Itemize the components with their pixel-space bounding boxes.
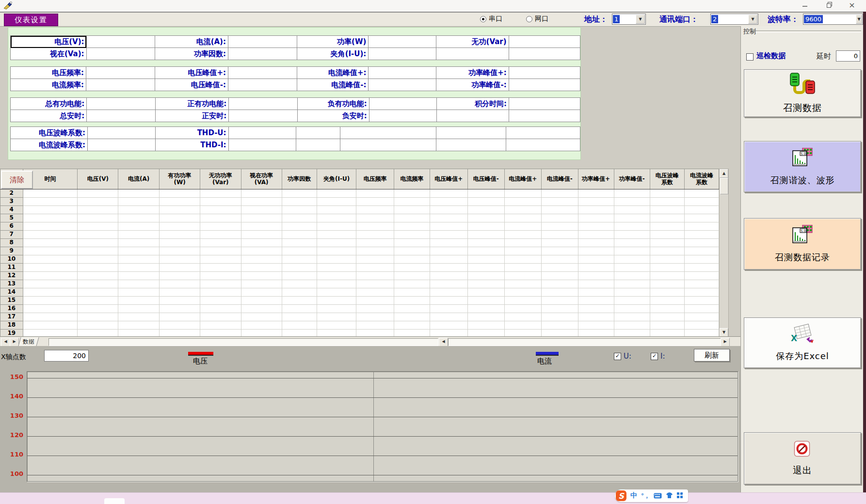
- grid-cell[interactable]: [282, 231, 317, 239]
- grid-cell[interactable]: [467, 264, 504, 272]
- grid-cell[interactable]: [78, 264, 118, 272]
- grid-cell[interactable]: [23, 247, 78, 255]
- grid-cell[interactable]: [317, 321, 356, 330]
- grid-cell[interactable]: [650, 264, 684, 272]
- grid-cell[interactable]: [650, 305, 684, 313]
- grid-cell[interactable]: [200, 222, 241, 231]
- grid-cell[interactable]: [650, 313, 684, 321]
- grid-cell[interactable]: [241, 255, 282, 264]
- grid-cell[interactable]: [118, 321, 160, 330]
- grid-cell[interactable]: [78, 272, 118, 280]
- grid-cell[interactable]: [650, 222, 684, 231]
- column-header[interactable]: 电压频率: [356, 169, 394, 189]
- column-header[interactable]: 有功功率 (W): [160, 169, 200, 189]
- grid-cell[interactable]: [241, 305, 282, 313]
- grid-cell[interactable]: [430, 255, 468, 264]
- scroll-down-icon[interactable]: ▼: [720, 328, 728, 337]
- grid-cell[interactable]: [282, 214, 317, 222]
- grid-cell[interactable]: [504, 272, 541, 280]
- grid-cell[interactable]: [504, 280, 541, 288]
- grid-cell[interactable]: [200, 214, 241, 222]
- grid-cell[interactable]: [200, 247, 241, 255]
- grid-cell[interactable]: [23, 305, 78, 313]
- grid-cell[interactable]: [684, 288, 719, 297]
- grid-cell[interactable]: [541, 321, 578, 330]
- grid-cell[interactable]: [160, 288, 200, 297]
- column-header[interactable]: 夹角(I-U): [317, 169, 356, 189]
- grid-cell[interactable]: [467, 214, 504, 222]
- grid-cell[interactable]: [317, 231, 356, 239]
- ime-skin-icon[interactable]: [666, 491, 673, 501]
- grid-cell[interactable]: [430, 231, 468, 239]
- row-header[interactable]: 2: [0, 189, 23, 198]
- grid-cell[interactable]: [78, 239, 118, 247]
- grid-cell[interactable]: [160, 222, 200, 231]
- grid-cell[interactable]: [541, 313, 578, 321]
- grid-cell[interactable]: [241, 313, 282, 321]
- grid-cell[interactable]: [541, 189, 578, 198]
- grid-cell[interactable]: [241, 222, 282, 231]
- grid-cell[interactable]: [430, 280, 468, 288]
- hscroll-left-icon[interactable]: ◀: [439, 338, 448, 346]
- grid-cell[interactable]: [160, 272, 200, 280]
- grid-cell[interactable]: [241, 198, 282, 206]
- grid-cell[interactable]: [650, 255, 684, 264]
- dropdown-arrow-icon[interactable]: ▼: [636, 15, 645, 24]
- grid-cell[interactable]: [684, 264, 719, 272]
- grid-cell[interactable]: [650, 214, 684, 222]
- grid-cell[interactable]: [200, 288, 241, 297]
- grid-cell[interactable]: [650, 198, 684, 206]
- grid-cell[interactable]: [200, 264, 241, 272]
- grid-cell[interactable]: [23, 189, 78, 198]
- address-dropdown[interactable]: 1 ▼: [612, 14, 646, 25]
- grid-cell[interactable]: [356, 214, 394, 222]
- grid-cell[interactable]: [23, 264, 78, 272]
- grid-cell[interactable]: [650, 189, 684, 198]
- grid-cell[interactable]: [430, 189, 468, 198]
- row-header[interactable]: 16: [0, 305, 23, 313]
- grid-cell[interactable]: [356, 247, 394, 255]
- grid-cell[interactable]: [317, 222, 356, 231]
- grid-cell[interactable]: [356, 231, 394, 239]
- grid-cell[interactable]: [504, 255, 541, 264]
- grid-cell[interactable]: [160, 189, 200, 198]
- exit-button[interactable]: 退出: [744, 432, 861, 485]
- grid-cell[interactable]: [23, 297, 78, 305]
- row-header[interactable]: 17: [0, 313, 23, 321]
- grid-cell[interactable]: [118, 239, 160, 247]
- grid-cell[interactable]: [578, 264, 614, 272]
- grid-cell[interactable]: [684, 214, 719, 222]
- grid-cell[interactable]: [504, 288, 541, 297]
- grid-cell[interactable]: [78, 222, 118, 231]
- grid-cell[interactable]: [541, 247, 578, 255]
- grid-cell[interactable]: [541, 288, 578, 297]
- grid-cell[interactable]: [650, 297, 684, 305]
- grid-cell[interactable]: [118, 264, 160, 272]
- grid-cell[interactable]: [356, 222, 394, 231]
- grid-cell[interactable]: [317, 198, 356, 206]
- grid-cell[interactable]: [282, 206, 317, 214]
- grid-cell[interactable]: [578, 305, 614, 313]
- grid-cell[interactable]: [356, 297, 394, 305]
- grid-cell[interactable]: [504, 313, 541, 321]
- grid-cell[interactable]: [200, 305, 241, 313]
- grid-cell[interactable]: [118, 255, 160, 264]
- grid-cell[interactable]: [241, 280, 282, 288]
- grid-cell[interactable]: [541, 239, 578, 247]
- grid-cell[interactable]: [684, 321, 719, 330]
- grid-cell[interactable]: [78, 321, 118, 330]
- grid-cell[interactable]: [394, 305, 430, 313]
- grid-cell[interactable]: [467, 222, 504, 231]
- grid-cell[interactable]: [614, 247, 650, 255]
- grid-cell[interactable]: [650, 272, 684, 280]
- grid-cell[interactable]: [23, 222, 78, 231]
- grid-cell[interactable]: [504, 189, 541, 198]
- row-header[interactable]: 13: [0, 280, 23, 288]
- grid-cell[interactable]: [241, 239, 282, 247]
- grid-cell[interactable]: [282, 198, 317, 206]
- grid-cell[interactable]: [650, 280, 684, 288]
- read-data-button[interactable]: 召测数据: [744, 69, 861, 117]
- grid-cell[interactable]: [78, 247, 118, 255]
- taskbar-item[interactable]: [104, 498, 125, 504]
- grid-cell[interactable]: [356, 189, 394, 198]
